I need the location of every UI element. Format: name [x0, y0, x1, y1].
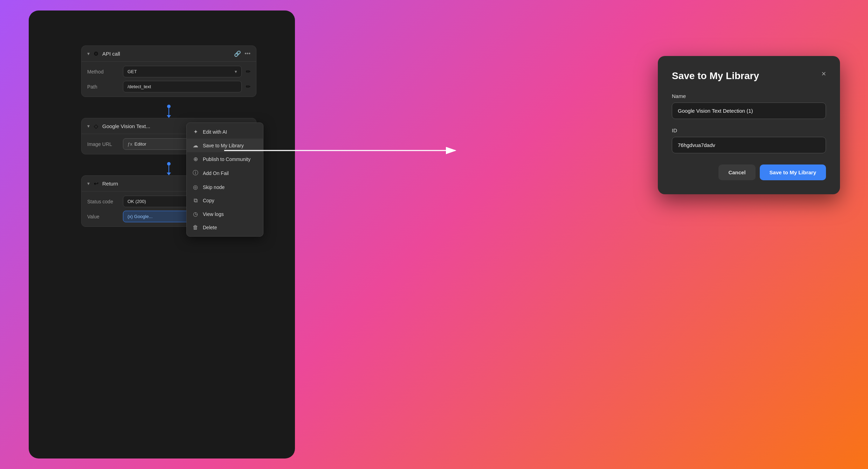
- menu-item-delete[interactable]: 🗑 Delete: [187, 221, 263, 234]
- value-label: Value: [87, 214, 119, 219]
- skip-node-label: Skip node: [203, 184, 225, 190]
- save-library-icon: ☁: [192, 142, 199, 149]
- path-edit-icon[interactable]: ✏: [246, 83, 250, 90]
- id-input[interactable]: [672, 137, 826, 153]
- method-value[interactable]: GET ​: [123, 66, 242, 77]
- status-code-label: Status code: [87, 199, 119, 204]
- menu-item-edit-ai[interactable]: ✦ Edit with AI: [187, 125, 263, 139]
- dialog-title: Save to My Library: [672, 70, 759, 82]
- api-call-node: ▾ ⚙ API call 🔗 ••• Method GET ​ ✏: [81, 46, 256, 97]
- view-logs-icon: ◷: [192, 211, 199, 217]
- menu-item-skip-node[interactable]: ◎ Skip node: [187, 180, 263, 194]
- dialog-header: Save to My Library ×: [672, 70, 826, 82]
- add-on-fail-label: Add On Fail: [203, 170, 229, 176]
- dialog-actions: Cancel Save to My Library: [672, 164, 826, 180]
- path-field: Path /detect_text ✏: [87, 81, 250, 92]
- publish-community-icon: ⊕: [192, 156, 199, 162]
- view-logs-label: View logs: [203, 211, 224, 217]
- google-vision-chevron[interactable]: ▾: [87, 123, 90, 129]
- api-call-actions: 🔗 •••: [234, 50, 250, 57]
- connector-1: [81, 104, 256, 118]
- menu-item-add-on-fail[interactable]: ⓘ Add On Fail: [187, 166, 263, 180]
- menu-item-publish-community[interactable]: ⊕ Publish to Community: [187, 152, 263, 166]
- id-field-label: ID: [672, 127, 826, 133]
- google-vision-icon: ◇: [92, 122, 99, 130]
- id-field: ID: [672, 127, 826, 153]
- delete-icon: 🗑: [192, 224, 199, 231]
- return-chevron[interactable]: ▾: [87, 181, 90, 186]
- menu-item-view-logs[interactable]: ◷ View logs: [187, 207, 263, 221]
- path-value[interactable]: /detect_text: [123, 81, 242, 92]
- dialog-close-button[interactable]: ×: [821, 70, 826, 78]
- name-field: Name: [672, 93, 826, 119]
- api-call-title: API call: [102, 51, 231, 57]
- api-call-more-icon[interactable]: •••: [244, 50, 250, 57]
- api-call-icon: ⚙: [92, 50, 99, 57]
- method-field: Method GET ​ ✏: [87, 66, 250, 77]
- api-call-chevron[interactable]: ▾: [87, 51, 90, 56]
- menu-item-copy[interactable]: ⧉ Copy: [187, 194, 263, 207]
- left-panel: ▾ ⚙ API call 🔗 ••• Method GET ​ ✏: [29, 10, 295, 458]
- skip-node-icon: ◎: [192, 184, 199, 190]
- method-edit-icon[interactable]: ✏: [246, 68, 250, 75]
- copy-label: Copy: [203, 198, 214, 203]
- method-label: Method: [87, 69, 119, 75]
- copy-icon: ⧉: [192, 197, 199, 204]
- return-icon: ↩: [92, 180, 99, 187]
- name-field-label: Name: [672, 93, 826, 99]
- save-to-library-dialog: Save to My Library × Name ID Cancel Save…: [658, 56, 840, 194]
- name-input[interactable]: [672, 103, 826, 119]
- cancel-button[interactable]: Cancel: [718, 164, 755, 180]
- publish-community-label: Publish to Community: [203, 156, 250, 162]
- edit-ai-icon: ✦: [192, 128, 199, 135]
- add-on-fail-icon: ⓘ: [192, 169, 199, 177]
- api-call-body: Method GET ​ ✏ Path /detect_text ✏: [82, 62, 256, 97]
- path-label: Path: [87, 84, 119, 90]
- delete-label: Delete: [203, 225, 217, 230]
- menu-item-save-library[interactable]: ☁ Save to My Library: [187, 139, 263, 152]
- save-library-label: Save to My Library: [203, 143, 244, 148]
- save-button[interactable]: Save to My Library: [760, 164, 826, 180]
- image-url-label: Image URL: [87, 141, 119, 147]
- context-menu: ✦ Edit with AI ☁ Save to My Library ⊕ Pu…: [186, 122, 263, 237]
- api-call-link-icon[interactable]: 🔗: [234, 50, 241, 57]
- api-call-node-header: ▾ ⚙ API call 🔗 •••: [82, 46, 256, 62]
- edit-ai-label: Edit with AI: [203, 129, 227, 135]
